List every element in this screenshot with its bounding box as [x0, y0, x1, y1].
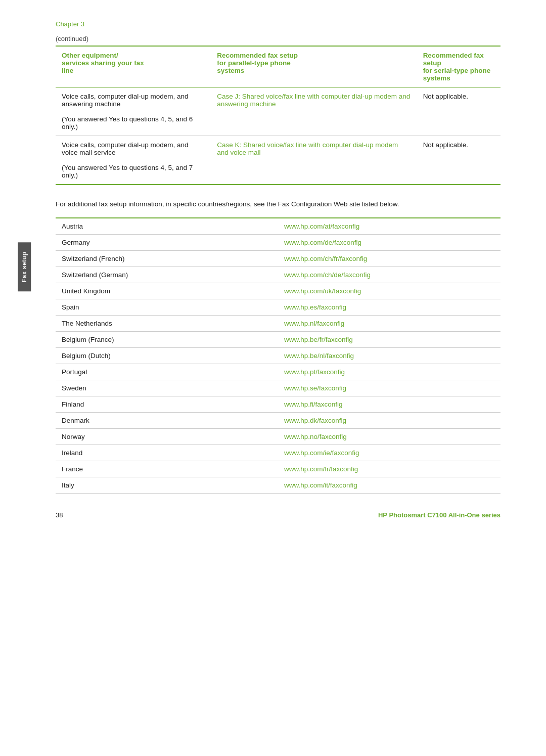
country-url[interactable]: www.hp.com/ch/de/faxconfig	[278, 267, 500, 283]
country-name: The Netherlands	[56, 316, 278, 332]
country-url[interactable]: www.hp.fi/faxconfig	[278, 396, 500, 413]
country-name: Belgium (Dutch)	[56, 348, 278, 364]
country-url[interactable]: www.hp.be/fr/faxconfig	[278, 332, 500, 348]
table-row: Voice calls, computer dial-up modem, and…	[56, 136, 500, 185]
country-url[interactable]: www.hp.com/uk/faxconfig	[278, 283, 500, 299]
country-row: Spainwww.hp.es/faxconfig	[56, 299, 500, 316]
row1-col3: Not applicable.	[417, 87, 500, 136]
country-url[interactable]: www.hp.es/faxconfig	[278, 299, 500, 316]
table-row: Voice calls, computer dial-up modem, and…	[56, 87, 500, 136]
row1-col2: Case J: Shared voice/fax line with compu…	[211, 87, 417, 136]
country-name: Switzerland (French)	[56, 251, 278, 267]
country-name: Sweden	[56, 380, 278, 396]
country-name: Belgium (France)	[56, 332, 278, 348]
country-row: Italywww.hp.com/it/faxconfig	[56, 477, 500, 494]
country-url[interactable]: www.hp.pt/faxconfig	[278, 364, 500, 380]
country-row: Norwaywww.hp.no/faxconfig	[56, 429, 500, 445]
country-url[interactable]: www.hp.com/fr/faxconfig	[278, 461, 500, 477]
country-row: Austriawww.hp.com/at/faxconfig	[56, 218, 500, 235]
col-header-2: Recommended fax setupfor parallel-type p…	[211, 46, 417, 87]
country-row: The Netherlandswww.hp.nl/faxconfig	[56, 316, 500, 332]
row2-col3: Not applicable.	[417, 136, 500, 185]
country-url[interactable]: www.hp.no/faxconfig	[278, 429, 500, 445]
col-header-3: Recommended fax setupfor serial-type pho…	[417, 46, 500, 87]
country-url[interactable]: www.hp.nl/faxconfig	[278, 316, 500, 332]
footer-page-number: 38	[56, 511, 63, 519]
country-url[interactable]: www.hp.be/nl/faxconfig	[278, 348, 500, 364]
country-row: Switzerland (French)www.hp.com/ch/fr/fax…	[56, 251, 500, 267]
page: Chapter 3 (continued) Other equipment/se…	[0, 0, 546, 534]
country-name: Italy	[56, 477, 278, 494]
chapter-label: Chapter 3	[56, 20, 500, 28]
country-url[interactable]: www.hp.com/de/faxconfig	[278, 235, 500, 251]
row1-col1: Voice calls, computer dial-up modem, and…	[56, 87, 211, 136]
country-name: Spain	[56, 299, 278, 316]
info-paragraph: For additional fax setup information, in…	[56, 199, 500, 209]
col-header-1: Other equipment/services sharing your fa…	[56, 46, 211, 87]
country-url[interactable]: www.hp.com/ch/fr/faxconfig	[278, 251, 500, 267]
footer-product-name: HP Photosmart C7100 All-in-One series	[378, 511, 500, 519]
country-row: Germanywww.hp.com/de/faxconfig	[56, 235, 500, 251]
fax-setup-table: Other equipment/services sharing your fa…	[56, 46, 500, 185]
side-tab: Fax setup	[18, 243, 31, 292]
country-name: Norway	[56, 429, 278, 445]
country-url[interactable]: www.hp.com/at/faxconfig	[278, 218, 500, 235]
country-name: France	[56, 461, 278, 477]
country-name: Switzerland (German)	[56, 267, 278, 283]
country-url[interactable]: www.hp.dk/faxconfig	[278, 413, 500, 429]
country-name: Germany	[56, 235, 278, 251]
country-row: Belgium (Dutch)www.hp.be/nl/faxconfig	[56, 348, 500, 364]
country-url[interactable]: www.hp.se/faxconfig	[278, 380, 500, 396]
country-row: United Kingdomwww.hp.com/uk/faxconfig	[56, 283, 500, 299]
country-row: Portugalwww.hp.pt/faxconfig	[56, 364, 500, 380]
country-name: Portugal	[56, 364, 278, 380]
country-name: United Kingdom	[56, 283, 278, 299]
row2-col2: Case K: Shared voice/fax line with compu…	[211, 136, 417, 185]
footer: 38 HP Photosmart C7100 All-in-One series	[56, 511, 500, 519]
country-row: Swedenwww.hp.se/faxconfig	[56, 380, 500, 396]
country-name: Ireland	[56, 445, 278, 461]
country-row: Switzerland (German)www.hp.com/ch/de/fax…	[56, 267, 500, 283]
country-row: Finlandwww.hp.fi/faxconfig	[56, 396, 500, 413]
country-url[interactable]: www.hp.com/it/faxconfig	[278, 477, 500, 494]
country-row: Belgium (France)www.hp.be/fr/faxconfig	[56, 332, 500, 348]
country-row: Francewww.hp.com/fr/faxconfig	[56, 461, 500, 477]
continued-label: (continued)	[56, 35, 500, 42]
country-row: Denmarkwww.hp.dk/faxconfig	[56, 413, 500, 429]
country-row: Irelandwww.hp.com/ie/faxconfig	[56, 445, 500, 461]
country-name: Finland	[56, 396, 278, 413]
country-table: Austriawww.hp.com/at/faxconfigGermanywww…	[56, 217, 500, 494]
row2-col1: Voice calls, computer dial-up modem, and…	[56, 136, 211, 185]
country-name: Denmark	[56, 413, 278, 429]
country-name: Austria	[56, 218, 278, 235]
country-url[interactable]: www.hp.com/ie/faxconfig	[278, 445, 500, 461]
